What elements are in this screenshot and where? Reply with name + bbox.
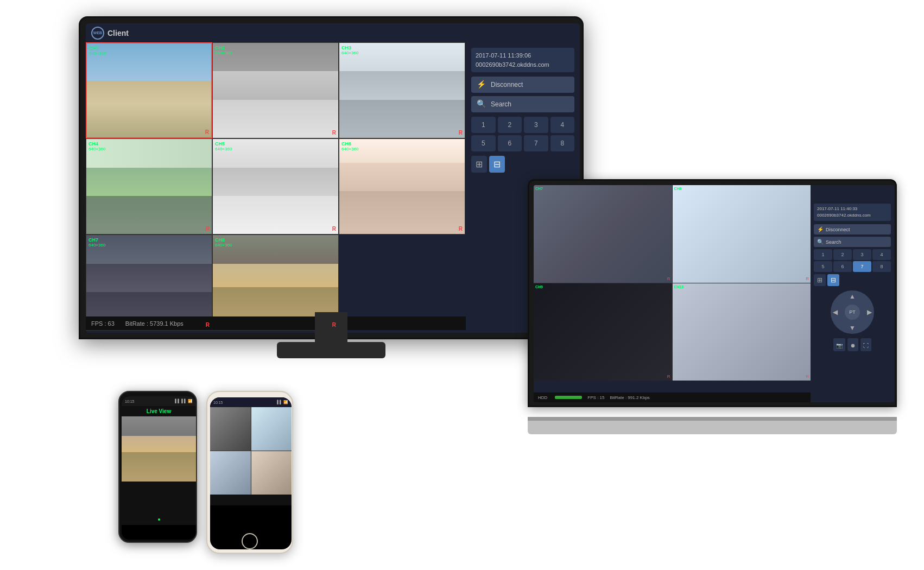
cam3-label: CH3 [341, 45, 351, 50]
laptop-datetime-box: 2017-07-11 11:40:33 0002690b3742.okddns.… [814, 204, 891, 221]
cam3-res: 640×360 [341, 50, 358, 55]
laptop-hdd-label: HDD [538, 395, 547, 400]
lcam10-badge: R [806, 374, 809, 379]
cam1-res: 640×360 [89, 51, 106, 56]
phone1-mic-indicator [158, 518, 160, 521]
numpad-5[interactable]: 5 [471, 135, 496, 151]
laptop-base [528, 421, 897, 434]
phone2-cam-grid [210, 407, 292, 495]
numpad-7[interactable]: 7 [524, 135, 548, 151]
cam4-res: 640×360 [88, 147, 105, 151]
search-button[interactable]: 🔍 Search [471, 96, 574, 112]
cam2-res: 640×360 [215, 50, 232, 55]
phone2-status-bar: 10:15 ▌▌ 📶 [210, 397, 292, 407]
lp-numpad-8[interactable]: 8 [872, 261, 891, 272]
lp-numpad-2[interactable]: 2 [833, 249, 852, 260]
laptop-cam-ch10[interactable]: CH10 R [673, 283, 811, 381]
phone2-cam-2[interactable] [251, 407, 292, 451]
grid-view-button[interactable]: ⊟ [489, 156, 505, 173]
webclient-logo: WEB [91, 27, 104, 40]
monitor-datetime: 2017-07-11 11:39:06 [476, 51, 570, 60]
phone2-iphone: 10:15 ▌▌ 📶 [206, 391, 293, 554]
laptop-disconnect-button[interactable]: ⚡ Disconnect [814, 224, 891, 235]
laptop-single-view[interactable]: ⊞ [814, 274, 826, 286]
ptz-center-label[interactable]: PT [845, 305, 860, 320]
laptop-channel-numpad: 1 2 3 4 5 6 7 8 [814, 249, 891, 272]
laptop-cam-ch8[interactable]: CH8 R [673, 185, 811, 283]
numpad-8[interactable]: 8 [550, 135, 575, 151]
lp-numpad-7[interactable]: 7 [853, 261, 871, 272]
cam7-label: CH7 [88, 237, 98, 243]
lcam7-label: CH7 [535, 187, 543, 191]
phone1-body: 10:15 ▌▌ ▌▌ 📶 Live View [118, 391, 197, 543]
phone2-time: 10:15 [213, 401, 223, 404]
lp-numpad-4[interactable]: 4 [872, 249, 891, 260]
laptop-screen-wrap: WEB Client CH7 R CH8 R CH9 [528, 179, 897, 407]
phone2-screen: 10:15 ▌▌ 📶 [210, 397, 292, 549]
phone2-cam-1[interactable] [210, 407, 251, 451]
channel-numpad: 1 2 3 4 5 6 7 8 [471, 117, 574, 151]
monitor-bezel: WEB Client CH1 640×360 R [79, 16, 584, 339]
phone2-home-button[interactable] [242, 533, 258, 549]
phone2-body: 10:15 ▌▌ 📶 [206, 391, 293, 554]
disconnect-button[interactable]: ⚡ Disconnect [471, 77, 574, 93]
camera-ch3[interactable]: CH3 640×360 R [339, 42, 465, 138]
lcam7-badge: R [667, 276, 670, 281]
laptop-status-bar: HDD FPS : 15 BitRate : 991.2 Kbps [534, 392, 811, 402]
single-view-button[interactable]: ⊞ [471, 156, 487, 173]
cam4-badge: R [206, 226, 210, 232]
camera-ch5[interactable]: CH5 640×360 R [212, 138, 339, 235]
cam1-badge: R [205, 129, 209, 135]
scene: WEB Client CH1 640×360 R [0, 0, 924, 570]
ptz-right-arrow[interactable]: ▶ [867, 308, 872, 316]
camera-ch1[interactable]: CH1 640×360 R [86, 42, 212, 138]
monitor: WEB Client CH1 640×360 R [79, 16, 584, 369]
lcam8-badge: R [806, 276, 809, 281]
laptop-search-button[interactable]: 🔍 Search [814, 237, 891, 247]
camera-ch4[interactable]: CH4 640×360 R [86, 138, 212, 235]
search-label: Search [491, 100, 511, 108]
ptz-control[interactable]: ▲ ▼ ◀ ▶ PT [831, 290, 874, 334]
numpad-6[interactable]: 6 [498, 135, 522, 151]
lp-numpad-1[interactable]: 1 [814, 249, 832, 260]
phone2-cam-3[interactable] [210, 451, 251, 495]
phone1-bottom-area [122, 482, 196, 525]
numpad-4[interactable]: 4 [550, 117, 575, 133]
cam3-badge: R [459, 130, 463, 136]
numpad-3[interactable]: 3 [524, 117, 548, 133]
laptop-search-label: Search [826, 239, 841, 245]
numpad-1[interactable]: 1 [471, 117, 496, 133]
cam1-label: CH1 [89, 46, 99, 51]
phone1-cam-img [122, 416, 196, 482]
cam6-res: 640×360 [341, 147, 358, 151]
phone1-screen: 10:15 ▌▌ ▌▌ 📶 Live View [122, 396, 196, 540]
camera-ch2[interactable]: CH2 640×360 R [212, 42, 339, 138]
laptop-grid-view[interactable]: ⊟ [827, 274, 839, 286]
disconnect-icon: ⚡ [477, 80, 486, 90]
camera-ch6[interactable]: CH6 640×360 R [339, 138, 465, 235]
laptop-icon-3[interactable]: ⛶ [860, 338, 871, 351]
lp-numpad-6[interactable]: 6 [833, 261, 852, 272]
laptop-control-panel: 2017-07-11 11:40:33 0002690b3742.okddns.… [811, 200, 894, 396]
lcam8-label: CH8 [674, 187, 682, 191]
disconnect-label: Disconnect [491, 81, 523, 88]
ptz-up-arrow[interactable]: ▲ [849, 293, 856, 300]
phone2-cam-4[interactable] [251, 451, 292, 495]
laptop-icon-2[interactable]: ⏺ [847, 338, 858, 351]
phone2-bottom-area [210, 495, 292, 505]
lp-numpad-3[interactable]: 3 [853, 249, 871, 260]
laptop-camera-grid: CH7 R CH8 R CH9 R CH10 R [534, 185, 811, 381]
monitor-screen: WEB Client CH1 640×360 R [86, 23, 580, 333]
cam2-badge: R [332, 130, 336, 136]
laptop-icon-1[interactable]: 📷 [833, 338, 845, 351]
ptz-down-arrow[interactable]: ▼ [849, 324, 856, 332]
ptz-left-arrow[interactable]: ◀ [833, 308, 838, 316]
laptop-cam-ch9[interactable]: CH9 R [534, 283, 672, 381]
numpad-2[interactable]: 2 [498, 117, 522, 133]
phone2-signal-icons: ▌▌ 📶 [277, 400, 288, 404]
monitor-domain: 0002690b3742.okddns.com [476, 60, 570, 69]
laptop-cam-ch7[interactable]: CH7 R [534, 185, 672, 283]
lp-numpad-5[interactable]: 5 [814, 261, 832, 272]
laptop: WEB Client CH7 R CH8 R CH9 [528, 179, 897, 445]
view-toggle-buttons: ⊞ ⊟ [471, 156, 574, 173]
